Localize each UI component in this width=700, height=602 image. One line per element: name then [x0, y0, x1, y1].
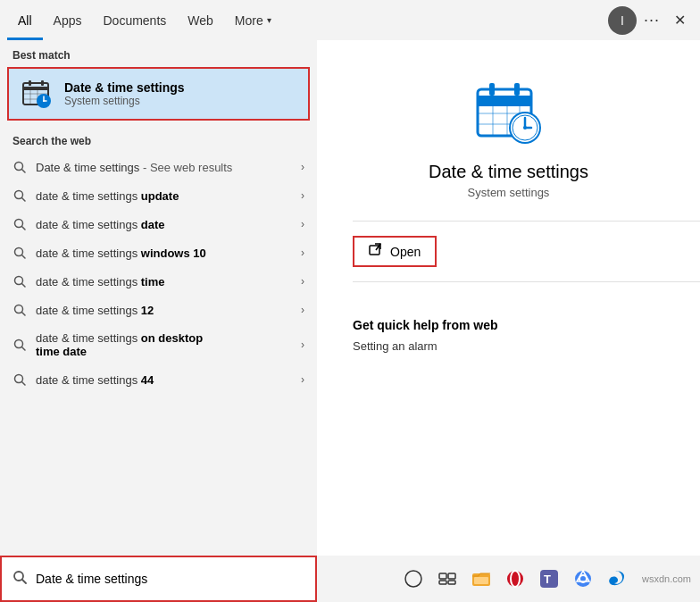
- taskbar-start-button[interactable]: [397, 563, 429, 595]
- list-item[interactable]: date & time settings 12 ›: [0, 296, 317, 324]
- tab-documents[interactable]: Documents: [92, 0, 177, 40]
- chevron-right-icon: ›: [301, 247, 304, 259]
- svg-text:T: T: [544, 573, 551, 586]
- search-result-text: Date & time settings - See web results: [36, 161, 292, 174]
- search-bar[interactable]: [0, 556, 317, 602]
- chevron-right-icon: ›: [301, 304, 304, 316]
- svg-line-24: [22, 313, 26, 316]
- search-result-text: date & time settings time: [36, 275, 292, 288]
- chevron-right-icon: ›: [301, 161, 304, 173]
- svg-rect-2: [29, 80, 31, 86]
- chevron-right-icon: ›: [301, 189, 304, 202]
- list-item[interactable]: date & time settings time ›: [0, 267, 317, 296]
- taskbar-edge[interactable]: [601, 563, 633, 595]
- chevron-right-icon: ›: [301, 275, 304, 288]
- svg-line-20: [22, 255, 26, 259]
- svg-rect-52: [448, 581, 455, 584]
- svg-line-16: [22, 198, 26, 202]
- search-input[interactable]: [36, 572, 304, 586]
- chevron-right-icon: ›: [301, 373, 304, 386]
- list-item[interactable]: date & time settings update ›: [0, 181, 317, 210]
- content-area: Best match: [0, 40, 700, 602]
- chevron-down-icon: ▾: [267, 15, 271, 25]
- list-item[interactable]: Date & time settings - See web results ›: [0, 153, 317, 181]
- taskbar-chrome[interactable]: [567, 563, 599, 595]
- app-subtitle-right: System settings: [468, 186, 550, 199]
- best-match-title: Date & time settings: [64, 80, 185, 95]
- svg-rect-50: [448, 573, 455, 579]
- tab-all-label: All: [18, 13, 32, 28]
- list-item[interactable]: date & time settings on desktoptime date…: [0, 324, 317, 365]
- chevron-right-icon: ›: [301, 339, 304, 351]
- chevron-right-icon: ›: [301, 218, 304, 230]
- open-button[interactable]: Open: [353, 236, 437, 267]
- best-match-item[interactable]: Date & time settings System settings: [7, 67, 310, 121]
- more-options-button[interactable]: ···: [644, 11, 660, 29]
- svg-point-45: [523, 126, 527, 130]
- search-result-text: date & time settings windows 10: [36, 247, 292, 260]
- taskbar: T: [317, 556, 700, 602]
- quick-help-item: Setting an alarm: [353, 339, 498, 353]
- search-result-text: date & time settings on desktoptime date: [36, 331, 292, 358]
- date-time-icon: [21, 78, 54, 110]
- right-panel: Date & time settings System settings Ope…: [317, 40, 700, 602]
- search-icon: [12, 217, 27, 231]
- app-icon-large: [473, 76, 545, 147]
- svg-rect-33: [489, 83, 495, 96]
- svg-line-22: [22, 284, 26, 288]
- quick-help-title: Get quick help from web: [353, 318, 498, 332]
- close-button[interactable]: ✕: [667, 8, 693, 32]
- search-panel: All Apps Documents Web More ▾ I ··· ✕: [0, 0, 700, 602]
- search-icon: [12, 188, 27, 203]
- web-section-label: Search the web: [0, 126, 317, 153]
- nav-right-icons: I ··· ✕: [608, 6, 693, 35]
- app-title-right: Date & time settings: [429, 162, 588, 182]
- best-match-text: Date & time settings System settings: [64, 80, 185, 107]
- left-panel: Best match: [0, 40, 317, 602]
- tab-apps-label: Apps: [54, 13, 82, 28]
- tab-more-label: More: [235, 13, 263, 28]
- search-result-text: date & time settings 12: [36, 304, 292, 317]
- best-match-section-label: Best match: [0, 40, 317, 67]
- tab-web[interactable]: Web: [177, 0, 224, 40]
- quick-help-section: Get quick help from web Setting an alarm: [353, 318, 498, 356]
- list-item[interactable]: date & time settings 44 ›: [0, 365, 317, 394]
- svg-point-61: [580, 576, 586, 581]
- svg-rect-34: [514, 83, 520, 96]
- svg-line-30: [22, 580, 26, 583]
- svg-rect-51: [439, 581, 446, 584]
- open-icon: [369, 243, 383, 260]
- tab-web-label: Web: [188, 13, 213, 28]
- svg-line-26: [22, 347, 26, 351]
- search-icon: [12, 246, 27, 260]
- svg-point-12: [43, 100, 45, 102]
- nav-tabs: All Apps Documents Web More ▾ I ··· ✕: [0, 0, 700, 40]
- svg-line-18: [22, 227, 26, 230]
- search-icon: [12, 303, 27, 317]
- list-item[interactable]: date & time settings date ›: [0, 210, 317, 238]
- svg-rect-3: [41, 80, 44, 86]
- web-results-section: Search the web Date & time settings - Se…: [0, 121, 317, 394]
- search-result-text: date & time settings update: [36, 189, 292, 203]
- svg-point-55: [507, 571, 523, 587]
- watermark: wsxdn.com: [642, 573, 691, 584]
- taskbar-file-explorer[interactable]: [465, 563, 497, 595]
- user-avatar[interactable]: I: [608, 6, 637, 35]
- svg-rect-54: [474, 577, 488, 584]
- tab-all[interactable]: All: [7, 0, 43, 40]
- svg-rect-49: [439, 573, 446, 579]
- svg-point-48: [405, 571, 421, 587]
- search-result-text: date & time settings 44: [36, 373, 292, 387]
- taskbar-teams[interactable]: T: [533, 563, 565, 595]
- tab-apps[interactable]: Apps: [43, 0, 93, 40]
- tab-documents-label: Documents: [103, 13, 166, 28]
- tab-more[interactable]: More ▾: [224, 0, 282, 40]
- search-result-text: date & time settings date: [36, 218, 292, 231]
- taskbar-opera[interactable]: [499, 563, 531, 595]
- search-icon: [12, 372, 27, 387]
- svg-rect-1: [23, 87, 48, 90]
- taskbar-task-view[interactable]: [431, 563, 463, 595]
- search-bar-icon: [12, 570, 27, 588]
- svg-line-28: [22, 382, 26, 386]
- list-item[interactable]: date & time settings windows 10 ›: [0, 238, 317, 267]
